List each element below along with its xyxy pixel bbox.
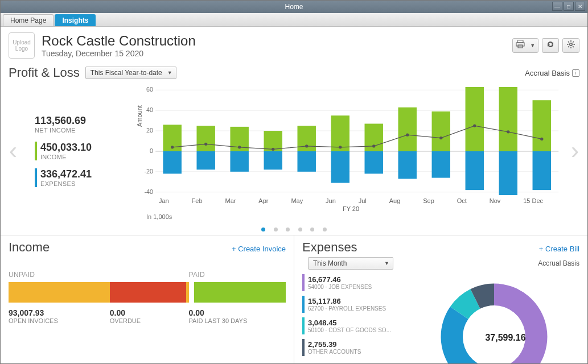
x-tick-label: Jan: [159, 197, 169, 204]
company-name: Rock Castle Construction: [42, 33, 196, 49]
x-tick-label: 15 Dec: [523, 197, 543, 204]
svg-text:20: 20: [146, 127, 153, 134]
carousel-dot[interactable]: [261, 228, 265, 231]
carousel-next-button[interactable]: ›: [565, 81, 585, 220]
donut-svg: [431, 274, 557, 364]
create-invoice-link[interactable]: + Create Invoice: [232, 245, 286, 253]
svg-line-11: [573, 42, 574, 43]
expense-item-value: 2,755.39: [308, 340, 431, 349]
minimize-button[interactable]: —: [552, 2, 562, 11]
unpaid-caption: UNPAID: [9, 271, 189, 279]
tab-home-page[interactable]: Home Page: [3, 14, 54, 26]
caret-down-icon: ▼: [384, 260, 389, 266]
svg-rect-56: [499, 151, 517, 195]
svg-rect-26: [163, 151, 181, 173]
lower-panels: Income + Create Invoice UNPAID PAID 93,0…: [1, 235, 587, 364]
carousel-dot[interactable]: [310, 228, 314, 231]
upload-logo-button[interactable]: UploadLogo: [9, 32, 35, 59]
income-title: Income: [9, 240, 50, 255]
overdue-bar[interactable]: [110, 282, 186, 303]
expenses-range-select[interactable]: This Month ▼: [308, 257, 393, 270]
expense-item-value: 3,048.45: [308, 318, 431, 327]
expense-item-label: 50100 · COST OF GOODS SO...: [308, 327, 431, 333]
settings-button[interactable]: [562, 38, 579, 53]
net-income-label: NET INCOME: [35, 127, 137, 134]
svg-rect-0: [517, 40, 523, 43]
svg-rect-52: [466, 87, 484, 151]
chart-y-axis-label: Amount: [136, 105, 143, 127]
gear-icon: [566, 40, 575, 51]
overdue-label: OVERDUE: [110, 317, 189, 324]
tab-bar: Home Page Insights: [1, 13, 587, 27]
expense-items-list: 16,677.46 54000 · JOB EXPENSES 15,117.86…: [302, 274, 431, 364]
expense-item-value: 16,677.46: [308, 275, 431, 284]
svg-rect-46: [398, 107, 417, 151]
expense-item[interactable]: 15,117.86 62700 · PAYROLL EXPENSES: [302, 296, 431, 313]
expense-item[interactable]: 16,677.46 54000 · JOB EXPENSES: [302, 274, 431, 291]
profit-loss-title: Profit & Loss: [9, 65, 80, 80]
svg-rect-49: [432, 111, 450, 151]
maximize-button[interactable]: □: [564, 2, 574, 11]
x-tick-label: Nov: [490, 197, 501, 204]
svg-text:60: 60: [146, 87, 153, 93]
svg-rect-47: [398, 151, 417, 179]
svg-rect-50: [432, 151, 450, 178]
info-icon[interactable]: i: [572, 69, 579, 77]
date-range-select[interactable]: This Fiscal Year-to-date ▼: [85, 67, 176, 79]
svg-text:0: 0: [150, 147, 153, 154]
expense-item-label: 54000 · JOB EXPENSES: [308, 284, 431, 290]
window-title: Home: [285, 3, 303, 11]
paid-bar[interactable]: [194, 282, 286, 303]
carousel-prev-button[interactable]: ‹: [3, 81, 23, 220]
expenses-value: 336,472.41: [40, 168, 137, 180]
carousel-dot[interactable]: [274, 228, 278, 231]
svg-text:-20: -20: [144, 168, 153, 175]
carousel-dot[interactable]: [298, 228, 302, 231]
income-label: INCOME: [40, 154, 137, 160]
chart-scale-note: In 1,000s: [137, 213, 565, 220]
svg-rect-29: [196, 151, 215, 169]
expenses-title: Expenses: [302, 240, 357, 255]
expense-item[interactable]: 3,048.45 50100 · COST OF GOODS SO...: [302, 317, 431, 334]
svg-rect-58: [533, 100, 551, 151]
profit-loss-chart: Amount -40-200204060 JanFebMarAprMayJunJ…: [137, 81, 565, 220]
caret-down-icon: ▼: [530, 43, 535, 48]
carousel-dot[interactable]: [323, 228, 327, 231]
tab-insights[interactable]: Insights: [55, 14, 96, 26]
net-income-value: 113,560.69: [35, 115, 137, 127]
expense-item[interactable]: 2,755.39 OTHER ACCOUNTS: [302, 339, 431, 356]
svg-rect-1: [516, 43, 524, 46]
expenses-total: 37,599.16: [485, 333, 525, 343]
refresh-button[interactable]: [542, 38, 559, 53]
x-tick-label: Oct: [457, 197, 467, 204]
page-header: UploadLogo Rock Castle Construction Tues…: [1, 27, 587, 62]
refresh-icon: [546, 40, 555, 51]
carousel-dot[interactable]: [286, 228, 290, 231]
expenses-donut-chart: 37,599.16: [431, 274, 579, 364]
printer-icon: [516, 40, 525, 51]
open-invoices-bar[interactable]: [9, 282, 110, 303]
svg-rect-38: [297, 151, 315, 172]
current-date: Tuesday, December 15 2020: [42, 49, 196, 58]
x-tick-label: Jun: [326, 197, 336, 204]
close-button[interactable]: ✕: [575, 2, 585, 11]
x-tick-label: Mar: [225, 197, 236, 204]
profit-loss-body: ‹ 113,560.69 NET INCOME 450,033.10 INCOM…: [1, 81, 587, 220]
svg-line-9: [573, 46, 574, 47]
x-tick-label: Apr: [258, 197, 268, 204]
svg-rect-32: [230, 151, 248, 172]
x-tick-label: May: [291, 197, 303, 204]
income-panel: Income + Create Invoice UNPAID PAID 93,0…: [1, 235, 294, 364]
create-bill-link[interactable]: + Create Bill: [539, 245, 579, 253]
paid-label: PAID LAST 30 DAYS: [189, 317, 286, 324]
print-button[interactable]: ▼: [512, 38, 538, 53]
caret-down-icon: ▼: [167, 70, 172, 76]
svg-rect-41: [331, 151, 349, 183]
income-value: 450,033.10: [40, 142, 137, 154]
svg-rect-53: [466, 151, 484, 190]
svg-rect-28: [196, 126, 215, 151]
paid-caption: PAID: [189, 271, 205, 279]
expense-item-value: 15,117.86: [308, 297, 431, 305]
chart-fy-caption: FY 20: [137, 205, 565, 212]
x-tick-label: Feb: [192, 197, 203, 204]
